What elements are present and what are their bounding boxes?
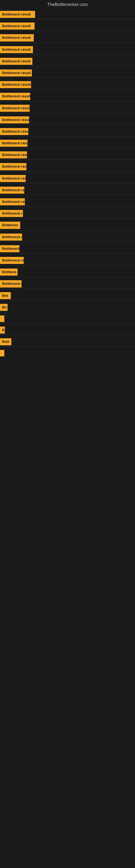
divider-8: [0, 101, 135, 101]
bar-row-26: Bo: [0, 302, 135, 314]
bottleneck-result-bar-13[interactable]: Bottleneck result: [0, 151, 27, 158]
bar-row-17: Bottleneck result: [0, 197, 135, 208]
bar-row-3: Bottleneck result: [0, 33, 135, 44]
bottleneck-result-bar-12[interactable]: Bottleneck result: [0, 140, 28, 147]
bar-row-16: Bottleneck re: [0, 185, 135, 197]
divider-9: [0, 113, 135, 113]
bottleneck-result-bar-25[interactable]: Bot: [0, 292, 11, 299]
bar-row-29: Bott: [0, 337, 135, 348]
divider-6: [0, 78, 135, 78]
divider-7: [0, 89, 135, 90]
bottleneck-result-bar-2[interactable]: Bottleneck result: [0, 23, 35, 30]
bar-row-6: Bottleneck result: [0, 68, 135, 80]
bar-row-21: Bottleneck: [0, 244, 135, 255]
bottleneck-result-bar-20[interactable]: Bottleneck r: [0, 234, 22, 241]
bottleneck-result-bar-24[interactable]: Bottleneck r: [0, 280, 21, 287]
bottleneck-result-bar-7[interactable]: Bottleneck result: [0, 81, 31, 88]
bar-row-24: Bottleneck r: [0, 279, 135, 290]
bottleneck-result-bar-18[interactable]: Bottleneck r: [0, 210, 23, 217]
divider-20: [0, 242, 135, 242]
divider-2: [0, 31, 135, 31]
bottleneck-result-bar-17[interactable]: Bottleneck result: [0, 198, 25, 205]
bar-row-1: Bottleneck result: [0, 9, 135, 21]
bar-row-9: Bottleneck result: [0, 103, 135, 115]
bar-row-15: Bottleneck result: [0, 173, 135, 185]
bottleneck-result-bar-9[interactable]: Bottleneck result: [0, 105, 30, 112]
bar-row-10: Bottleneck result: [0, 115, 135, 126]
bottleneck-result-bar-11[interactable]: Bottleneck result: [0, 128, 28, 135]
divider-12: [0, 148, 135, 148]
bottleneck-result-bar-27[interactable]: [0, 315, 4, 322]
divider-28: [0, 335, 135, 335]
divider-3: [0, 42, 135, 43]
divider-27: [0, 323, 135, 323]
bottleneck-result-bar-19[interactable]: Bottlenec: [0, 222, 20, 229]
divider-16: [0, 195, 135, 195]
bottleneck-result-bar-8[interactable]: Bottleneck result: [0, 93, 30, 100]
bar-row-27: [0, 314, 135, 325]
divider-21: [0, 253, 135, 254]
bottleneck-result-bar-28[interactable]: B: [0, 327, 5, 334]
bar-row-28: B: [0, 325, 135, 337]
bar-row-2: Bottleneck result: [0, 21, 135, 33]
divider-23: [0, 277, 135, 277]
bar-row-11: Bottleneck result: [0, 126, 135, 138]
bar-row-19: Bottlenec: [0, 220, 135, 231]
bar-row-8: Bottleneck result: [0, 91, 135, 103]
bar-row-13: Bottleneck result: [0, 150, 135, 161]
bar-row-20: Bottleneck r: [0, 232, 135, 244]
bar-row-4: Bottleneck result: [0, 44, 135, 56]
bottleneck-result-bar-16[interactable]: Bottleneck re: [0, 187, 24, 194]
divider-13: [0, 159, 135, 160]
bottleneck-result-bar-30[interactable]: [0, 350, 4, 356]
bottleneck-result-bar-10[interactable]: Bottleneck result: [0, 116, 29, 123]
bottleneck-result-bar-4[interactable]: Bottleneck result: [0, 46, 33, 53]
site-title: TheBottlenecker.com: [0, 0, 135, 9]
divider-4: [0, 54, 135, 55]
bottleneck-result-bar-23[interactable]: Bottlene: [0, 269, 17, 276]
bar-row-25: Bot: [0, 290, 135, 302]
divider-14: [0, 172, 135, 172]
bottleneck-result-bar-26[interactable]: Bo: [0, 304, 8, 311]
site-title-text: TheBottlenecker.com: [47, 2, 88, 7]
bottleneck-result-bar-22[interactable]: Bottleneck res: [0, 257, 24, 264]
bottleneck-result-bar-5[interactable]: Bottleneck result: [0, 58, 32, 65]
bar-row-30: [0, 348, 135, 359]
bar-row-5: Bottleneck result: [0, 56, 135, 68]
bottleneck-result-bar-3[interactable]: Bottleneck result: [0, 34, 34, 41]
divider-26: [0, 312, 135, 312]
bars-container: Bottleneck resultBottleneck resultBottle…: [0, 9, 135, 359]
bar-row-18: Bottleneck r: [0, 208, 135, 220]
bottleneck-result-bar-6[interactable]: Bottleneck result: [0, 69, 32, 76]
divider-18: [0, 218, 135, 218]
bar-row-22: Bottleneck res: [0, 255, 135, 267]
divider-29: [0, 346, 135, 347]
bottleneck-result-bar-15[interactable]: Bottleneck result: [0, 175, 26, 182]
divider-15: [0, 183, 135, 183]
bottleneck-result-bar-14[interactable]: Bottleneck result: [0, 163, 27, 170]
divider-22: [0, 265, 135, 265]
bottleneck-result-bar-29[interactable]: Bott: [0, 338, 11, 345]
divider-10: [0, 124, 135, 125]
divider-25: [0, 300, 135, 301]
divider-1: [0, 19, 135, 19]
bar-row-12: Bottleneck result: [0, 138, 135, 150]
divider-11: [0, 136, 135, 136]
bar-row-14: Bottleneck result: [0, 161, 135, 173]
bottleneck-result-bar-1[interactable]: Bottleneck result: [0, 11, 35, 18]
bar-row-7: Bottleneck result: [0, 80, 135, 91]
bottleneck-result-bar-21[interactable]: Bottleneck: [0, 245, 19, 252]
bar-row-23: Bottlene: [0, 267, 135, 279]
